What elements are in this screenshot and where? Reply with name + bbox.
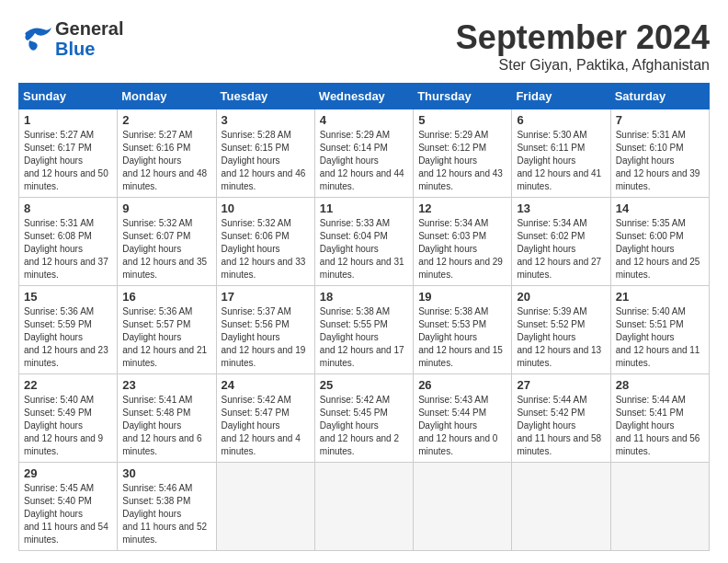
- table-row: 10Sunrise: 5:32 AMSunset: 6:06 PMDayligh…: [216, 198, 314, 286]
- logo-bird-icon: [18, 24, 53, 53]
- day-number: 16: [122, 290, 210, 304]
- day-info: Sunrise: 5:44 AMSunset: 5:42 PMDaylight …: [517, 394, 605, 458]
- table-row: 16Sunrise: 5:36 AMSunset: 5:57 PMDayligh…: [118, 286, 216, 374]
- col-thursday: Thursday: [414, 84, 512, 109]
- day-info: Sunrise: 5:32 AMSunset: 6:07 PMDaylight …: [122, 217, 210, 282]
- page-header: General Blue September 2024 Ster Giyan, …: [18, 18, 710, 74]
- day-info: Sunrise: 5:32 AMSunset: 6:06 PMDaylight …: [222, 217, 310, 282]
- table-row: 28Sunrise: 5:44 AMSunset: 5:41 PMDayligh…: [610, 374, 709, 463]
- day-number: 13: [517, 201, 605, 215]
- day-number: 3: [222, 113, 310, 127]
- table-row: 18Sunrise: 5:38 AMSunset: 5:55 PMDayligh…: [314, 286, 413, 374]
- table-row: 5Sunrise: 5:29 AMSunset: 6:12 PMDaylight…: [414, 109, 512, 198]
- day-number: 14: [616, 201, 704, 215]
- table-row: 7Sunrise: 5:31 AMSunset: 6:10 PMDaylight…: [610, 109, 709, 198]
- day-info: Sunrise: 5:27 AMSunset: 6:17 PMDaylight …: [24, 129, 112, 193]
- table-row: 22Sunrise: 5:40 AMSunset: 5:49 PMDayligh…: [19, 374, 118, 463]
- day-info: Sunrise: 5:30 AMSunset: 6:11 PMDaylight …: [517, 129, 605, 193]
- table-row: 20Sunrise: 5:39 AMSunset: 5:52 PMDayligh…: [512, 286, 610, 374]
- table-row: [216, 463, 314, 551]
- day-info: Sunrise: 5:45 AMSunset: 5:40 PMDaylight …: [24, 482, 112, 546]
- day-number: 2: [122, 113, 210, 127]
- day-number: 24: [222, 378, 310, 392]
- day-number: 23: [122, 378, 210, 392]
- day-number: 8: [24, 201, 112, 215]
- day-number: 7: [616, 113, 704, 127]
- table-row: 1Sunrise: 5:27 AMSunset: 6:17 PMDaylight…: [19, 109, 118, 198]
- day-info: Sunrise: 5:46 AMSunset: 5:38 PMDaylight …: [122, 482, 210, 546]
- day-number: 28: [616, 378, 704, 392]
- calendar-week-row: 8Sunrise: 5:31 AMSunset: 6:08 PMDaylight…: [19, 198, 710, 286]
- day-number: 4: [320, 113, 408, 127]
- day-info: Sunrise: 5:44 AMSunset: 5:41 PMDaylight …: [616, 394, 704, 458]
- table-row: 24Sunrise: 5:42 AMSunset: 5:47 PMDayligh…: [216, 374, 314, 463]
- day-info: Sunrise: 5:42 AMSunset: 5:47 PMDaylight …: [222, 394, 310, 458]
- table-row: 3Sunrise: 5:28 AMSunset: 6:15 PMDaylight…: [216, 109, 314, 198]
- day-number: 21: [616, 290, 704, 304]
- table-row: 19Sunrise: 5:38 AMSunset: 5:53 PMDayligh…: [414, 286, 512, 374]
- table-row: 27Sunrise: 5:44 AMSunset: 5:42 PMDayligh…: [512, 374, 610, 463]
- day-number: 26: [418, 378, 506, 392]
- table-row: 8Sunrise: 5:31 AMSunset: 6:08 PMDaylight…: [19, 198, 118, 286]
- day-number: 29: [24, 466, 112, 480]
- day-number: 10: [222, 201, 310, 215]
- day-info: Sunrise: 5:40 AMSunset: 5:51 PMDaylight …: [616, 305, 704, 370]
- table-row: 6Sunrise: 5:30 AMSunset: 6:11 PMDaylight…: [512, 109, 610, 198]
- day-info: Sunrise: 5:34 AMSunset: 6:02 PMDaylight …: [517, 217, 605, 282]
- table-row: 30Sunrise: 5:46 AMSunset: 5:38 PMDayligh…: [118, 463, 216, 551]
- day-number: 25: [320, 378, 408, 392]
- table-row: 23Sunrise: 5:41 AMSunset: 5:48 PMDayligh…: [118, 374, 216, 463]
- day-number: 15: [24, 290, 112, 304]
- col-tuesday: Tuesday: [216, 84, 314, 109]
- day-number: 30: [122, 466, 210, 480]
- day-info: Sunrise: 5:33 AMSunset: 6:04 PMDaylight …: [320, 217, 408, 282]
- title-block: September 2024 Ster Giyan, Paktika, Afgh…: [456, 18, 710, 74]
- day-info: Sunrise: 5:27 AMSunset: 6:16 PMDaylight …: [122, 129, 210, 193]
- col-wednesday: Wednesday: [314, 84, 413, 109]
- day-number: 18: [320, 290, 408, 304]
- table-row: 4Sunrise: 5:29 AMSunset: 6:14 PMDaylight…: [314, 109, 413, 198]
- table-row: 25Sunrise: 5:42 AMSunset: 5:45 PMDayligh…: [314, 374, 413, 463]
- col-monday: Monday: [118, 84, 216, 109]
- table-row: 29Sunrise: 5:45 AMSunset: 5:40 PMDayligh…: [19, 463, 118, 551]
- day-info: Sunrise: 5:42 AMSunset: 5:45 PMDaylight …: [320, 394, 408, 458]
- day-number: 20: [517, 290, 605, 304]
- day-number: 11: [320, 201, 408, 215]
- day-info: Sunrise: 5:38 AMSunset: 5:53 PMDaylight …: [418, 305, 506, 370]
- day-number: 9: [122, 201, 210, 215]
- day-info: Sunrise: 5:31 AMSunset: 6:08 PMDaylight …: [24, 217, 112, 282]
- day-number: 5: [418, 113, 506, 127]
- day-info: Sunrise: 5:36 AMSunset: 5:59 PMDaylight …: [24, 305, 112, 370]
- table-row: 21Sunrise: 5:40 AMSunset: 5:51 PMDayligh…: [610, 286, 709, 374]
- table-row: [512, 463, 610, 551]
- table-row: 12Sunrise: 5:34 AMSunset: 6:03 PMDayligh…: [414, 198, 512, 286]
- calendar-week-row: 29Sunrise: 5:45 AMSunset: 5:40 PMDayligh…: [19, 463, 710, 551]
- calendar-week-row: 15Sunrise: 5:36 AMSunset: 5:59 PMDayligh…: [19, 286, 710, 374]
- calendar-table: Sunday Monday Tuesday Wednesday Thursday…: [18, 83, 710, 551]
- day-info: Sunrise: 5:28 AMSunset: 6:15 PMDaylight …: [222, 129, 310, 193]
- table-row: [414, 463, 512, 551]
- day-number: 6: [517, 113, 605, 127]
- page-subtitle: Ster Giyan, Paktika, Afghanistan: [456, 57, 710, 74]
- day-info: Sunrise: 5:29 AMSunset: 6:14 PMDaylight …: [320, 129, 408, 193]
- logo: General Blue: [18, 18, 123, 59]
- day-info: Sunrise: 5:41 AMSunset: 5:48 PMDaylight …: [122, 394, 210, 458]
- day-number: 12: [418, 201, 506, 215]
- day-info: Sunrise: 5:43 AMSunset: 5:44 PMDaylight …: [418, 394, 506, 458]
- table-row: 26Sunrise: 5:43 AMSunset: 5:44 PMDayligh…: [414, 374, 512, 463]
- day-info: Sunrise: 5:38 AMSunset: 5:55 PMDaylight …: [320, 305, 408, 370]
- day-number: 19: [418, 290, 506, 304]
- table-row: 9Sunrise: 5:32 AMSunset: 6:07 PMDaylight…: [118, 198, 216, 286]
- calendar-header-row: Sunday Monday Tuesday Wednesday Thursday…: [19, 84, 710, 109]
- page-title: September 2024: [456, 18, 710, 57]
- day-number: 27: [517, 378, 605, 392]
- day-number: 22: [24, 378, 112, 392]
- day-info: Sunrise: 5:35 AMSunset: 6:00 PMDaylight …: [616, 217, 704, 282]
- table-row: 15Sunrise: 5:36 AMSunset: 5:59 PMDayligh…: [19, 286, 118, 374]
- col-saturday: Saturday: [610, 84, 709, 109]
- day-info: Sunrise: 5:39 AMSunset: 5:52 PMDaylight …: [517, 305, 605, 370]
- table-row: [314, 463, 413, 551]
- logo-text: General Blue: [55, 18, 123, 59]
- table-row: 17Sunrise: 5:37 AMSunset: 5:56 PMDayligh…: [216, 286, 314, 374]
- col-sunday: Sunday: [19, 84, 118, 109]
